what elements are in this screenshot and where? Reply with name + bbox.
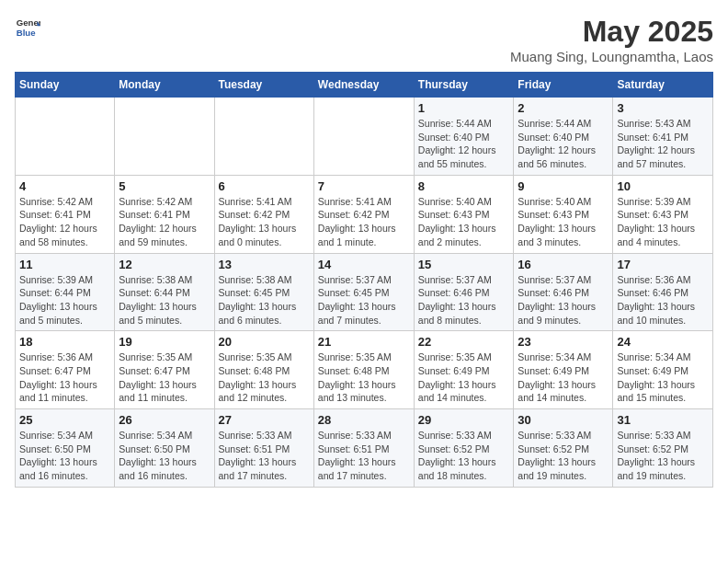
svg-text:Blue: Blue bbox=[17, 28, 36, 38]
day-number: 22 bbox=[418, 335, 510, 349]
page-header: General Blue May 2025 Muang Sing, Loungn… bbox=[15, 15, 713, 64]
header-saturday: Saturday bbox=[613, 73, 713, 98]
day-info: Sunrise: 5:37 AM Sunset: 6:45 PM Dayligh… bbox=[318, 273, 410, 327]
table-row: 10Sunrise: 5:39 AM Sunset: 6:43 PM Dayli… bbox=[613, 175, 713, 253]
day-number: 9 bbox=[518, 179, 609, 193]
table-row: 1Sunrise: 5:44 AM Sunset: 6:40 PM Daylig… bbox=[414, 98, 514, 176]
day-number: 13 bbox=[219, 258, 310, 271]
day-info: Sunrise: 5:35 AM Sunset: 6:47 PM Dayligh… bbox=[119, 350, 210, 405]
day-info: Sunrise: 5:41 AM Sunset: 6:42 PM Dayligh… bbox=[219, 195, 310, 249]
day-info: Sunrise: 5:44 AM Sunset: 6:40 PM Dayligh… bbox=[418, 117, 510, 171]
table-row: 9Sunrise: 5:40 AM Sunset: 6:43 PM Daylig… bbox=[514, 175, 613, 253]
day-number: 31 bbox=[617, 413, 709, 427]
day-info: Sunrise: 5:43 AM Sunset: 6:41 PM Dayligh… bbox=[617, 117, 709, 171]
table-row: 27Sunrise: 5:33 AM Sunset: 6:51 PM Dayli… bbox=[214, 409, 313, 488]
day-info: Sunrise: 5:33 AM Sunset: 6:52 PM Dayligh… bbox=[518, 429, 609, 483]
day-info: Sunrise: 5:42 AM Sunset: 6:41 PM Dayligh… bbox=[19, 195, 110, 249]
day-info: Sunrise: 5:38 AM Sunset: 6:45 PM Dayligh… bbox=[219, 273, 310, 327]
day-info: Sunrise: 5:34 AM Sunset: 6:50 PM Dayligh… bbox=[19, 429, 110, 483]
day-info: Sunrise: 5:39 AM Sunset: 6:44 PM Dayligh… bbox=[19, 273, 110, 327]
calendar-subtitle: Muang Sing, Loungnamtha, Laos bbox=[510, 49, 713, 64]
day-info: Sunrise: 5:36 AM Sunset: 6:47 PM Dayligh… bbox=[19, 350, 110, 405]
table-row: 23Sunrise: 5:34 AM Sunset: 6:49 PM Dayli… bbox=[514, 331, 613, 409]
day-info: Sunrise: 5:35 AM Sunset: 6:48 PM Dayligh… bbox=[318, 350, 410, 405]
table-row: 24Sunrise: 5:34 AM Sunset: 6:49 PM Dayli… bbox=[613, 331, 713, 409]
header-wednesday: Wednesday bbox=[313, 73, 414, 98]
day-number: 28 bbox=[318, 413, 410, 427]
day-info: Sunrise: 5:33 AM Sunset: 6:52 PM Dayligh… bbox=[418, 429, 510, 483]
table-row: 13Sunrise: 5:38 AM Sunset: 6:45 PM Dayli… bbox=[214, 253, 313, 331]
table-row: 2Sunrise: 5:44 AM Sunset: 6:40 PM Daylig… bbox=[514, 98, 613, 176]
table-row: 28Sunrise: 5:33 AM Sunset: 6:51 PM Dayli… bbox=[313, 409, 414, 488]
day-number: 5 bbox=[119, 179, 210, 193]
day-info: Sunrise: 5:34 AM Sunset: 6:50 PM Dayligh… bbox=[119, 429, 210, 483]
day-info: Sunrise: 5:33 AM Sunset: 6:52 PM Dayligh… bbox=[617, 429, 709, 483]
calendar-week-row: 18Sunrise: 5:36 AM Sunset: 6:47 PM Dayli… bbox=[16, 331, 713, 409]
day-info: Sunrise: 5:44 AM Sunset: 6:40 PM Dayligh… bbox=[518, 117, 609, 171]
title-block: May 2025 Muang Sing, Loungnamtha, Laos bbox=[510, 15, 713, 64]
table-row bbox=[16, 98, 115, 176]
table-row: 22Sunrise: 5:35 AM Sunset: 6:49 PM Dayli… bbox=[414, 331, 514, 409]
day-number: 6 bbox=[219, 179, 310, 193]
table-row: 6Sunrise: 5:41 AM Sunset: 6:42 PM Daylig… bbox=[214, 175, 313, 253]
day-number: 25 bbox=[19, 413, 110, 427]
header-tuesday: Tuesday bbox=[214, 73, 313, 98]
day-number: 21 bbox=[318, 335, 410, 349]
table-row: 21Sunrise: 5:35 AM Sunset: 6:48 PM Dayli… bbox=[313, 331, 414, 409]
header-sunday: Sunday bbox=[16, 73, 115, 98]
day-info: Sunrise: 5:36 AM Sunset: 6:46 PM Dayligh… bbox=[617, 273, 709, 327]
table-row: 14Sunrise: 5:37 AM Sunset: 6:45 PM Dayli… bbox=[313, 253, 414, 331]
table-row: 19Sunrise: 5:35 AM Sunset: 6:47 PM Dayli… bbox=[115, 331, 214, 409]
table-row: 25Sunrise: 5:34 AM Sunset: 6:50 PM Dayli… bbox=[16, 409, 115, 488]
day-number: 16 bbox=[518, 258, 609, 271]
calendar-week-row: 1Sunrise: 5:44 AM Sunset: 6:40 PM Daylig… bbox=[16, 98, 713, 176]
day-number: 30 bbox=[518, 413, 609, 427]
day-info: Sunrise: 5:33 AM Sunset: 6:51 PM Dayligh… bbox=[318, 429, 410, 483]
table-row bbox=[115, 98, 214, 176]
day-info: Sunrise: 5:38 AM Sunset: 6:44 PM Dayligh… bbox=[119, 273, 210, 327]
table-row bbox=[214, 98, 313, 176]
day-number: 8 bbox=[418, 179, 510, 193]
day-number: 3 bbox=[617, 101, 709, 115]
table-row: 29Sunrise: 5:33 AM Sunset: 6:52 PM Dayli… bbox=[414, 409, 514, 488]
day-number: 29 bbox=[418, 413, 510, 427]
logo: General Blue bbox=[15, 15, 40, 40]
day-number: 17 bbox=[617, 258, 709, 271]
table-row: 5Sunrise: 5:42 AM Sunset: 6:41 PM Daylig… bbox=[115, 175, 214, 253]
table-row: 11Sunrise: 5:39 AM Sunset: 6:44 PM Dayli… bbox=[16, 253, 115, 331]
day-info: Sunrise: 5:33 AM Sunset: 6:51 PM Dayligh… bbox=[219, 429, 310, 483]
header-monday: Monday bbox=[115, 73, 214, 98]
day-info: Sunrise: 5:39 AM Sunset: 6:43 PM Dayligh… bbox=[617, 195, 709, 249]
table-row: 8Sunrise: 5:40 AM Sunset: 6:43 PM Daylig… bbox=[414, 175, 514, 253]
day-number: 12 bbox=[119, 258, 210, 271]
table-row: 12Sunrise: 5:38 AM Sunset: 6:44 PM Dayli… bbox=[115, 253, 214, 331]
day-info: Sunrise: 5:34 AM Sunset: 6:49 PM Dayligh… bbox=[518, 350, 609, 405]
day-number: 24 bbox=[617, 335, 709, 349]
day-number: 20 bbox=[219, 335, 310, 349]
day-info: Sunrise: 5:42 AM Sunset: 6:41 PM Dayligh… bbox=[119, 195, 210, 249]
table-row: 30Sunrise: 5:33 AM Sunset: 6:52 PM Dayli… bbox=[514, 409, 613, 488]
weekday-header-row: Sunday Monday Tuesday Wednesday Thursday… bbox=[16, 73, 713, 98]
table-row: 15Sunrise: 5:37 AM Sunset: 6:46 PM Dayli… bbox=[414, 253, 514, 331]
day-number: 19 bbox=[119, 335, 210, 349]
table-row: 26Sunrise: 5:34 AM Sunset: 6:50 PM Dayli… bbox=[115, 409, 214, 488]
header-friday: Friday bbox=[514, 73, 613, 98]
calendar-title: May 2025 bbox=[510, 15, 713, 49]
table-row: 7Sunrise: 5:41 AM Sunset: 6:42 PM Daylig… bbox=[313, 175, 414, 253]
day-number: 1 bbox=[418, 101, 510, 115]
day-info: Sunrise: 5:34 AM Sunset: 6:49 PM Dayligh… bbox=[617, 350, 709, 405]
calendar-week-row: 11Sunrise: 5:39 AM Sunset: 6:44 PM Dayli… bbox=[16, 253, 713, 331]
day-number: 2 bbox=[518, 101, 609, 115]
day-number: 14 bbox=[318, 258, 410, 271]
header-thursday: Thursday bbox=[414, 73, 514, 98]
day-info: Sunrise: 5:41 AM Sunset: 6:42 PM Dayligh… bbox=[318, 195, 410, 249]
calendar-table: Sunday Monday Tuesday Wednesday Thursday… bbox=[15, 72, 713, 488]
day-info: Sunrise: 5:35 AM Sunset: 6:48 PM Dayligh… bbox=[219, 350, 310, 405]
table-row: 4Sunrise: 5:42 AM Sunset: 6:41 PM Daylig… bbox=[16, 175, 115, 253]
day-info: Sunrise: 5:40 AM Sunset: 6:43 PM Dayligh… bbox=[518, 195, 609, 249]
table-row: 18Sunrise: 5:36 AM Sunset: 6:47 PM Dayli… bbox=[16, 331, 115, 409]
day-number: 7 bbox=[318, 179, 410, 193]
table-row: 16Sunrise: 5:37 AM Sunset: 6:46 PM Dayli… bbox=[514, 253, 613, 331]
day-number: 23 bbox=[518, 335, 609, 349]
day-number: 11 bbox=[19, 258, 110, 271]
